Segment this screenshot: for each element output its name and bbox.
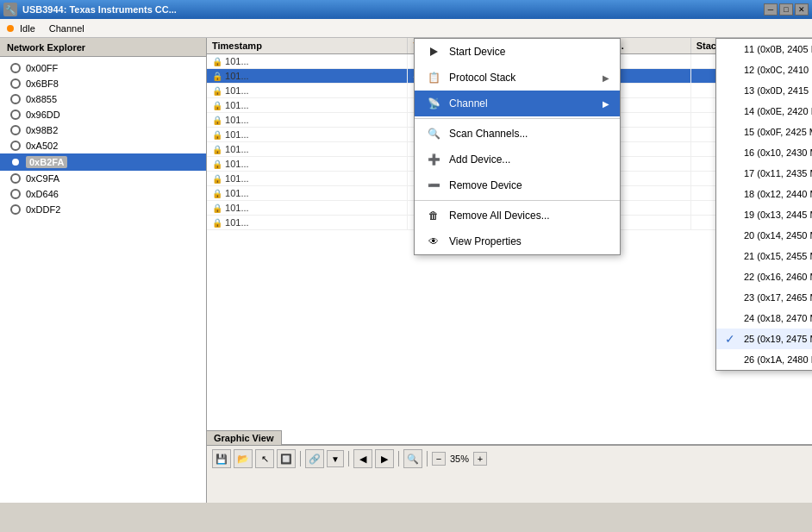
lock-icon: 🔒 xyxy=(212,203,222,213)
device-label-0x00FF: 0x00FF xyxy=(26,63,58,73)
graphic-select-btn[interactable]: 🔲 xyxy=(277,449,296,468)
device-label-0x98B2: 0x98B2 xyxy=(26,125,58,135)
lock-icon: 🔒 xyxy=(212,72,222,81)
sidebar-item-0x96DD[interactable]: 0x96DD xyxy=(0,107,206,122)
zoom-in-btn[interactable]: + xyxy=(473,452,487,466)
title-bar: 🔧 USB3944: Texas Instruments CC... ─ □ ✕ xyxy=(0,0,812,19)
channel-item-17[interactable]: ✓17 (0x11, 2435 MHz) xyxy=(716,163,812,184)
channel-item-12[interactable]: ✓12 (0x0C, 2410 MHz) xyxy=(716,59,812,80)
cell-lock-8: 🔒 101... xyxy=(207,172,408,186)
bottom-sep4 xyxy=(427,451,428,466)
channel-label-23: 23 (0x17, 2465 MHz) xyxy=(744,292,812,303)
channel-item-19[interactable]: ✓19 (0x13, 2445 MHz) xyxy=(716,204,812,225)
graphic-open-btn[interactable]: 📂 xyxy=(234,449,253,468)
channel-item-24[interactable]: ✓24 (0x18, 2470 MHz) xyxy=(716,308,812,329)
cell-lock-11: 🔒 101... xyxy=(207,216,408,230)
menu-item-scan-channels[interactable]: 🔍Scan Channels... xyxy=(415,121,620,147)
menu-item-add-device[interactable]: ➕Add Device... xyxy=(415,147,620,172)
device-radio-0xB2FA xyxy=(10,157,21,167)
sidebar-item-0x6BF8[interactable]: 0x6BF8 xyxy=(0,76,206,91)
channel-item-14[interactable]: ✓14 (0x0E, 2420 MHz) xyxy=(716,101,812,122)
status-indicator xyxy=(7,25,14,32)
minimize-button[interactable]: ─ xyxy=(764,3,778,16)
sidebar-item-0xC9FA[interactable]: 0xC9FA xyxy=(0,171,206,186)
device-list: 0x00FF0x6BF80x88550x96DD0x98B20xA5020xB2… xyxy=(0,57,206,503)
lock-icon: 🔒 xyxy=(212,160,222,169)
channel-item-22[interactable]: ✓22 (0x16, 2460 MHz) xyxy=(716,266,812,287)
channel-label-25: 25 (0x19, 2475 MHz) xyxy=(744,334,812,344)
graphic-arrow-right[interactable]: ▶ xyxy=(375,449,394,468)
menu-label-add-device: Add Device... xyxy=(449,153,609,166)
lock-icon: 🔒 xyxy=(212,101,222,110)
sidebar-item-0xDDF2[interactable]: 0xDDF2 xyxy=(0,202,206,217)
window-controls: ─ □ ✕ xyxy=(764,3,809,16)
channel-item-13[interactable]: ✓13 (0x0D, 2415 MHz) xyxy=(716,80,812,101)
play-triangle-icon xyxy=(430,47,438,56)
stack-icon: 📋 xyxy=(425,69,442,86)
channel-label-14: 14 (0x0E, 2420 MHz) xyxy=(744,106,812,116)
channel-item-23[interactable]: ✓23 (0x17, 2465 MHz) xyxy=(716,287,812,308)
close-button[interactable]: ✕ xyxy=(795,3,809,16)
channel-label-18: 18 (0x12, 2440 MHz) xyxy=(744,189,812,199)
dropdown-btn[interactable]: ▼ xyxy=(327,450,344,467)
bottom-sep3 xyxy=(398,451,399,466)
cell-lock-2: 🔒 101... xyxy=(207,84,408,98)
menu-item-view-properties[interactable]: 👁View Properties xyxy=(415,228,620,254)
graphic-network-btn[interactable]: 🔗 xyxy=(305,449,324,468)
sidebar-item-0x8855[interactable]: 0x8855 xyxy=(0,91,206,107)
channel-item-20[interactable]: ✓20 (0x14, 2450 MHz) xyxy=(716,225,812,246)
channel-label-19: 19 (0x13, 2445 MHz) xyxy=(744,210,812,220)
lock-icon: 🔒 xyxy=(212,174,222,184)
context-menu: Start Device📋Protocol Stack▶📡Channel▶🔍Sc… xyxy=(414,38,621,255)
sidebar-item-0x98B2[interactable]: 0x98B2 xyxy=(0,122,206,138)
remove-all-icon: 🗑 xyxy=(425,207,442,224)
device-radio-0x98B2 xyxy=(10,125,21,135)
channel-item-18[interactable]: ✓18 (0x12, 2440 MHz) xyxy=(716,184,812,204)
device-label-0xC9FA: 0xC9FA xyxy=(26,173,59,184)
device-label-0xDDF2: 0xDDF2 xyxy=(26,204,60,215)
graphic-cursor-btn[interactable]: ↖ xyxy=(255,449,274,468)
zoom-out-btn[interactable]: − xyxy=(432,452,446,466)
menu-label-protocol-stack: Protocol Stack xyxy=(449,72,596,84)
channel-label: Channel xyxy=(49,23,84,34)
cell-lock-0: 🔒 101... xyxy=(207,54,408,69)
graphic-save-btn[interactable]: 💾 xyxy=(212,449,231,468)
device-label-0x8855: 0x8855 xyxy=(26,94,57,104)
channel-item-11[interactable]: ✓11 (0x0B, 2405 MHz) xyxy=(716,39,812,59)
menu-label-view-properties: View Properties xyxy=(449,235,609,247)
graphic-view-tab[interactable]: Graphic View xyxy=(207,430,282,445)
channel-item-21[interactable]: ✓21 (0x15, 2455 MHz) xyxy=(716,246,812,266)
lock-icon: 🔒 xyxy=(212,218,222,228)
sidebar-item-0xB2FA[interactable]: 0xB2FA xyxy=(0,153,206,171)
graphic-arrow-left[interactable]: ◀ xyxy=(353,449,372,468)
device-label-0xB2FA: 0xB2FA xyxy=(26,156,67,168)
maximize-button[interactable]: □ xyxy=(779,3,793,16)
sidebar-item-0x00FF[interactable]: 0x00FF xyxy=(0,60,206,76)
menu-label-scan-channels: Scan Channels... xyxy=(449,128,609,140)
channel-item-15[interactable]: ✓15 (0x0F, 2425 MHz) xyxy=(716,122,812,142)
graphic-zoom-fit[interactable]: 🔍 xyxy=(403,449,422,468)
menu-item-remove-device[interactable]: ➖Remove Device xyxy=(415,172,620,198)
menu-item-start-device[interactable]: Start Device xyxy=(415,39,620,65)
status-bar: Idle Channel xyxy=(0,19,812,38)
menu-item-remove-all-devices[interactable]: 🗑Remove All Devices... xyxy=(415,203,620,228)
channel-item-26[interactable]: ✓26 (0x1A, 2480 MHz) xyxy=(716,349,812,370)
lock-icon: 🔒 xyxy=(212,130,222,140)
sidebar-item-0xA502[interactable]: 0xA502 xyxy=(0,138,206,153)
sidebar: Network Explorer 0x00FF0x6BF80x88550x96D… xyxy=(0,38,207,503)
sidebar-item-0xD646[interactable]: 0xD646 xyxy=(0,186,206,202)
status-idle: Idle xyxy=(7,23,35,34)
channel-item-16[interactable]: ✓16 (0x10, 2430 MHz) xyxy=(716,142,812,163)
menu-label-remove-device: Remove Device xyxy=(449,179,609,191)
scan-icon: 🔍 xyxy=(425,125,442,142)
menu-separator-3 xyxy=(415,118,620,119)
channel-label-21: 21 (0x15, 2455 MHz) xyxy=(744,251,812,261)
lock-icon: 🔒 xyxy=(212,57,222,66)
cell-lock-6: 🔒 101... xyxy=(207,142,408,157)
lock-icon: 🔒 xyxy=(212,116,222,125)
menu-item-channel[interactable]: 📡Channel▶ xyxy=(415,91,620,116)
device-radio-0x96DD xyxy=(10,110,21,120)
channel-item-25[interactable]: ✓25 (0x19, 2475 MHz) xyxy=(716,329,812,349)
menu-item-protocol-stack[interactable]: 📋Protocol Stack▶ xyxy=(415,65,620,91)
menu-label-channel: Channel xyxy=(449,97,596,110)
